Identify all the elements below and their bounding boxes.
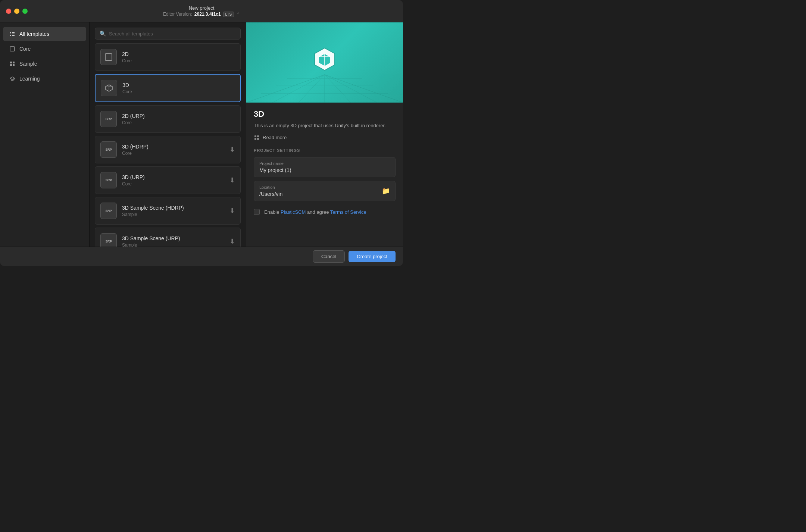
- search-icon: 🔍: [100, 31, 106, 37]
- svg-rect-24: [254, 135, 256, 137]
- template-name-3d-urp: 3D (URP): [122, 174, 224, 180]
- svg-line-17: [246, 75, 325, 103]
- agree-text: and agree: [306, 209, 330, 215]
- square-icon: [9, 46, 16, 52]
- svg-line-18: [325, 75, 403, 103]
- project-settings-label: PROJECT SETTINGS: [254, 148, 396, 153]
- location-label: Location: [259, 185, 282, 190]
- sidebar-item-learning[interactable]: Learning: [3, 72, 86, 86]
- template-info-3d-hdrp: 3D (HDRP) Core: [122, 144, 224, 156]
- template-category-3d: Core: [122, 89, 235, 94]
- template-item-3d[interactable]: 3D Core: [95, 74, 241, 102]
- grid-icon: [9, 60, 16, 67]
- titlebar: New project Editor Version: 2021.3.4f1c1…: [0, 0, 403, 22]
- template-thumb-2d: [100, 49, 117, 65]
- template-info-2d-urp: 2D (URP) Core: [122, 113, 235, 125]
- search-bar: 🔍: [90, 22, 246, 43]
- sidebar-item-all-templates-label: All templates: [19, 31, 49, 37]
- footer: Cancel Create project: [0, 247, 403, 266]
- traffic-lights: [6, 9, 28, 14]
- template-item-3d-urp[interactable]: SRP 3D (URP) Core ⬇: [95, 166, 241, 194]
- sidebar-item-all-templates[interactable]: All templates: [3, 27, 86, 41]
- terms-link[interactable]: Terms of Service: [330, 209, 366, 215]
- svg-rect-8: [13, 62, 15, 63]
- template-info-3d-sample-hdrp: 3D Sample Scene (HDRP) Sample: [122, 205, 224, 217]
- template-list: 2D Core 3D Core: [90, 43, 246, 247]
- template-item-3d-hdrp[interactable]: SRP 3D (HDRP) Core ⬇: [95, 136, 241, 163]
- svg-rect-7: [10, 62, 12, 63]
- download-icon-3d-sample-hdrp: ⬇: [229, 207, 235, 215]
- svg-rect-25: [257, 135, 259, 137]
- sidebar-item-learning-label: Learning: [19, 76, 40, 82]
- template-name-2d: 2D: [122, 51, 235, 57]
- svg-line-20: [325, 75, 377, 103]
- maximize-button[interactable]: [22, 9, 28, 14]
- project-name-field[interactable]: Project name My project (1): [254, 157, 396, 177]
- template-name-2d-urp: 2D (URP): [122, 113, 235, 119]
- location-value: /Users/vin: [259, 191, 282, 197]
- plasticscm-link[interactable]: PlasticSCM: [281, 209, 306, 215]
- download-icon-3d-urp: ⬇: [229, 176, 235, 184]
- template-item-2d[interactable]: 2D Core: [95, 43, 241, 71]
- editor-version-value: 2021.3.4f1c1: [194, 12, 221, 17]
- plasticscm-checkbox[interactable]: [254, 209, 260, 215]
- sidebar-item-sample[interactable]: Sample: [3, 57, 86, 71]
- template-thumb-3d-sample-hdrp: SRP: [100, 203, 117, 219]
- detail-title: 3D: [254, 109, 396, 119]
- template-info-3d: 3D Core: [122, 82, 235, 94]
- template-category-2d-urp: Core: [122, 120, 235, 125]
- template-thumb-3d: [101, 80, 117, 96]
- version-chevron-icon[interactable]: ⌃: [236, 12, 240, 17]
- main-layout: All templates Core Sample: [0, 22, 403, 247]
- window-title: New project: [189, 5, 215, 11]
- lts-badge: LTS: [223, 12, 234, 17]
- plasticscm-checkbox-text: Enable PlasticSCM and agree Terms of Ser…: [264, 209, 366, 216]
- search-input[interactable]: [109, 31, 236, 37]
- project-name-label: Project name: [259, 161, 390, 166]
- read-more-button[interactable]: Read more: [254, 135, 396, 141]
- template-name-3d-sample-hdrp: 3D Sample Scene (HDRP): [122, 205, 224, 211]
- svg-rect-9: [10, 64, 12, 66]
- template-item-3d-sample-hdrp[interactable]: SRP 3D Sample Scene (HDRP) Sample ⬇: [95, 197, 241, 225]
- template-category-2d: Core: [122, 58, 235, 63]
- svg-rect-12: [105, 54, 112, 60]
- location-field[interactable]: Location /Users/vin 📁: [254, 181, 396, 201]
- template-thumb-2d-urp: SRP: [100, 111, 117, 127]
- cap-icon: [9, 75, 16, 82]
- project-name-value: My project (1): [259, 167, 390, 173]
- create-project-button[interactable]: Create project: [349, 251, 396, 262]
- close-button[interactable]: [6, 9, 11, 14]
- sidebar-item-core[interactable]: Core: [3, 42, 86, 56]
- template-thumb-3d-hdrp: SRP: [100, 141, 117, 158]
- read-more-label: Read more: [263, 135, 287, 140]
- search-input-wrap[interactable]: 🔍: [95, 28, 241, 40]
- template-info-3d-urp: 3D (URP) Core: [122, 174, 224, 187]
- svg-rect-10: [13, 64, 15, 66]
- svg-rect-6: [10, 47, 15, 51]
- template-thumb-3d-sample-urp: SRP: [100, 233, 117, 247]
- right-panel: 3D This is an empty 3D project that uses…: [246, 22, 403, 247]
- sidebar-item-sample-label: Sample: [19, 61, 37, 67]
- template-list-area: 🔍 2D Core: [90, 22, 246, 247]
- template-category-3d-hdrp: Core: [122, 151, 224, 156]
- detail-area: 3D This is an empty 3D project that uses…: [246, 103, 403, 247]
- location-info: Location /Users/vin: [259, 185, 282, 197]
- editor-version-row: Editor Version: 2021.3.4f1c1 LTS ⌃: [163, 12, 240, 17]
- template-info-3d-sample-urp: 3D Sample Scene (URP) Sample: [122, 235, 224, 247]
- cancel-button[interactable]: Cancel: [313, 250, 345, 263]
- svg-line-19: [272, 75, 325, 103]
- minimize-button[interactable]: [14, 9, 19, 14]
- svg-rect-3: [12, 34, 15, 34]
- template-thumb-3d-urp: SRP: [100, 172, 117, 188]
- svg-line-21: [299, 75, 325, 103]
- template-item-3d-sample-urp[interactable]: SRP 3D Sample Scene (URP) Sample ⬇: [95, 228, 241, 247]
- preview-area: [246, 22, 403, 103]
- read-more-icon: [254, 135, 260, 141]
- folder-icon[interactable]: 📁: [382, 187, 390, 195]
- template-category-3d-urp: Core: [122, 181, 224, 187]
- plasticscm-checkbox-row: Enable PlasticSCM and agree Terms of Ser…: [254, 205, 396, 220]
- template-item-2d-urp[interactable]: SRP 2D (URP) Core: [95, 105, 241, 133]
- template-name-3d-hdrp: 3D (HDRP): [122, 144, 224, 150]
- template-name-3d-sample-urp: 3D Sample Scene (URP): [122, 235, 224, 241]
- svg-rect-2: [10, 34, 11, 34]
